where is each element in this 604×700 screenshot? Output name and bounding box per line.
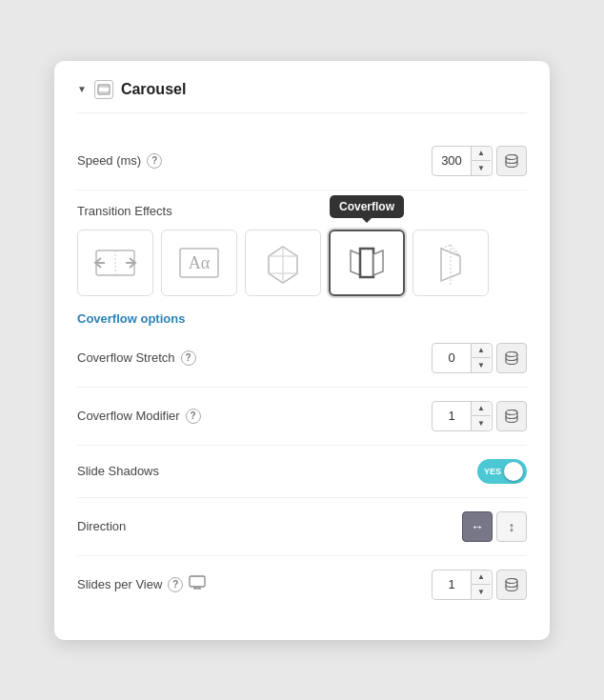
svg-point-19 bbox=[506, 351, 517, 356]
effect-coverflow[interactable]: Coverflow bbox=[329, 230, 405, 296]
coverflow-modifier-input[interactable]: 1 ▲ ▼ bbox=[432, 401, 493, 431]
toggle-slider: YES bbox=[477, 459, 527, 484]
coverflow-modifier-increment[interactable]: ▲ bbox=[472, 401, 491, 416]
panel-title: Carousel bbox=[121, 81, 186, 98]
coverflow-modifier-input-group: 1 ▲ ▼ bbox=[432, 401, 527, 431]
slides-per-view-db-button[interactable] bbox=[496, 570, 527, 600]
direction-vertical-button[interactable]: ↕ bbox=[496, 511, 527, 542]
slide-shadows-toggle[interactable]: YES bbox=[477, 459, 527, 484]
coverflow-modifier-label: Coverflow Modifier ? bbox=[77, 409, 201, 424]
coverflow-modifier-row: Coverflow Modifier ? 1 ▲ ▼ bbox=[77, 388, 527, 446]
effect-cube[interactable] bbox=[245, 230, 321, 296]
direction-row: Direction ↔ ↕ bbox=[77, 498, 527, 556]
transition-label: Transition Effects bbox=[77, 204, 527, 218]
coverflow-stretch-db-button[interactable] bbox=[496, 343, 527, 373]
slides-per-view-input-group: 1 ▲ ▼ bbox=[432, 570, 527, 600]
coverflow-modifier-db-button[interactable] bbox=[496, 401, 527, 431]
coverflow-modifier-decrement[interactable]: ▼ bbox=[472, 416, 491, 431]
coverflow-modifier-help-icon[interactable]: ? bbox=[186, 409, 201, 424]
svg-point-25 bbox=[506, 578, 517, 583]
slides-per-view-field[interactable]: 1 bbox=[433, 577, 471, 591]
slides-per-view-label: Slides per View ? bbox=[77, 575, 206, 593]
coverflow-stretch-label-text: Coverflow Stretch bbox=[77, 350, 175, 365]
chevron-down-icon[interactable]: ▼ bbox=[77, 84, 87, 94]
toggle-yes-label: YES bbox=[484, 467, 501, 476]
svg-point-3 bbox=[506, 154, 517, 159]
speed-label: Speed (ms) ? bbox=[77, 153, 162, 169]
slide-shadows-label: Slide Shadows bbox=[77, 464, 159, 478]
svg-point-20 bbox=[506, 410, 517, 414]
speed-label-text: Speed (ms) bbox=[77, 153, 141, 168]
slides-per-view-label-text: Slides per View bbox=[77, 577, 162, 591]
slides-per-view-spinner: ▲ ▼ bbox=[471, 570, 491, 600]
coverflow-stretch-input-group: 0 ▲ ▼ bbox=[432, 343, 527, 373]
speed-input[interactable]: 300 ▲ ▼ bbox=[432, 146, 493, 176]
speed-spinner: ▲ ▼ bbox=[471, 146, 491, 176]
widget-icon bbox=[94, 80, 113, 99]
slide-shadows-label-text: Slide Shadows bbox=[77, 464, 159, 478]
slides-per-view-row: Slides per View ? 1 ▲ ▼ bbox=[77, 556, 527, 613]
coverflow-options-header: Coverflow options bbox=[77, 296, 527, 330]
coverflow-stretch-row: Coverflow Stretch ? 0 ▲ ▼ bbox=[77, 330, 527, 388]
effect-slide[interactable] bbox=[77, 230, 153, 296]
svg-text:Aα: Aα bbox=[189, 253, 211, 272]
speed-db-button[interactable] bbox=[496, 146, 527, 176]
slide-shadows-row: Slide Shadows YES bbox=[77, 446, 527, 498]
slide-shadows-toggle-wrapper: YES bbox=[477, 459, 527, 484]
speed-help-icon[interactable]: ? bbox=[147, 153, 162, 169]
coverflow-modifier-label-text: Coverflow Modifier bbox=[77, 409, 180, 423]
svg-rect-14 bbox=[360, 249, 373, 277]
svg-rect-21 bbox=[190, 576, 205, 587]
coverflow-stretch-spinner: ▲ ▼ bbox=[471, 343, 491, 373]
speed-increment[interactable]: ▲ bbox=[472, 146, 491, 161]
transition-section: Transition Effects Aα bbox=[77, 190, 527, 296]
vertical-arrows-icon: ↕ bbox=[509, 519, 515, 534]
effect-perspective[interactable] bbox=[413, 230, 489, 296]
svg-line-16 bbox=[441, 245, 451, 249]
direction-horizontal-button[interactable]: ↔ bbox=[462, 511, 493, 542]
direction-buttons: ↔ ↕ bbox=[462, 511, 527, 542]
speed-input-group: 300 ▲ ▼ bbox=[432, 146, 527, 176]
coverflow-stretch-decrement[interactable]: ▼ bbox=[472, 358, 491, 373]
effect-text[interactable]: Aα bbox=[161, 230, 237, 296]
effects-row: Aα Coverflow bbox=[77, 230, 527, 296]
coverflow-stretch-increment[interactable]: ▲ bbox=[472, 343, 491, 358]
direction-label-text: Direction bbox=[77, 519, 126, 533]
coverflow-stretch-help-icon[interactable]: ? bbox=[181, 350, 196, 366]
coverflow-tooltip: Coverflow bbox=[330, 195, 404, 218]
carousel-panel: ▼ Carousel Speed (ms) ? 300 ▲ ▼ bbox=[54, 61, 550, 640]
slides-per-view-help-icon[interactable]: ? bbox=[168, 577, 183, 592]
coverflow-stretch-input[interactable]: 0 ▲ ▼ bbox=[432, 343, 493, 373]
coverflow-modifier-spinner: ▲ ▼ bbox=[471, 401, 491, 431]
direction-label: Direction bbox=[77, 519, 126, 533]
speed-input-field[interactable]: 300 bbox=[433, 153, 471, 168]
horizontal-arrows-icon: ↔ bbox=[471, 519, 484, 534]
coverflow-stretch-field[interactable]: 0 bbox=[433, 350, 471, 365]
slides-per-view-decrement[interactable]: ▼ bbox=[472, 585, 491, 600]
coverflow-modifier-field[interactable]: 1 bbox=[433, 409, 471, 423]
panel-header: ▼ Carousel bbox=[77, 80, 527, 113]
monitor-icon bbox=[189, 575, 206, 593]
slides-per-view-increment[interactable]: ▲ bbox=[472, 570, 491, 585]
speed-row: Speed (ms) ? 300 ▲ ▼ bbox=[77, 132, 527, 190]
coverflow-stretch-label: Coverflow Stretch ? bbox=[77, 350, 196, 366]
speed-decrement[interactable]: ▼ bbox=[472, 161, 491, 176]
slides-per-view-input[interactable]: 1 ▲ ▼ bbox=[432, 570, 493, 600]
